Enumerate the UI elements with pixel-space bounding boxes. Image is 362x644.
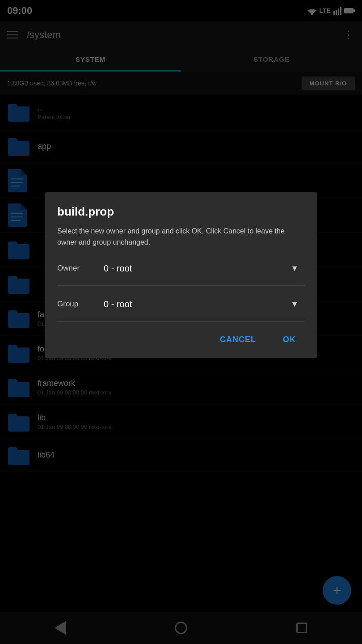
- cancel-button[interactable]: CANCEL: [211, 330, 265, 349]
- dialog-message: Select the new owner and group and click…: [57, 226, 305, 248]
- dialog-divider: [57, 285, 305, 286]
- group-dropdown-icon: ▼: [290, 300, 299, 309]
- owner-value: 0 - root: [104, 263, 132, 274]
- dialog-buttons: CANCEL OK: [57, 330, 305, 349]
- dialog-divider-2: [57, 321, 305, 322]
- group-field: Group 0 - root ▼: [57, 295, 305, 314]
- dialog-overlay: build.prop Select the new owner and grou…: [0, 0, 362, 644]
- owner-dropdown-icon: ▼: [290, 264, 299, 273]
- group-value: 0 - root: [104, 299, 132, 309]
- group-select[interactable]: 0 - root ▼: [97, 295, 305, 314]
- group-label: Group: [57, 300, 97, 309]
- dialog: build.prop Select the new owner and grou…: [45, 192, 317, 358]
- owner-field: Owner 0 - root ▼: [57, 259, 305, 278]
- ok-button[interactable]: OK: [274, 330, 305, 349]
- dialog-title: build.prop: [57, 205, 305, 219]
- owner-label: Owner: [57, 264, 97, 273]
- owner-select[interactable]: 0 - root ▼: [97, 259, 305, 278]
